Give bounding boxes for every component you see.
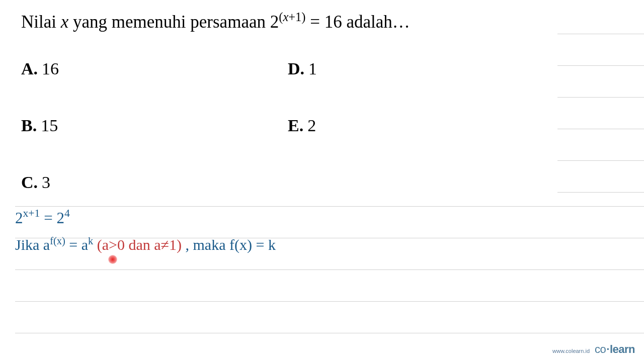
l2-paren-close: ) [177,236,186,253]
option-a-value: 16 [42,59,59,78]
option-b: B. 15 [21,116,288,135]
option-c-label: C. [21,173,38,192]
l1-base2: 2 [56,209,64,227]
logo-co: co [595,343,606,355]
solution-line-2: Jika af(x) = ak (a>0 dan a≠1) , maka f(x… [15,236,276,253]
l2-maka: maka f(x) = k [193,236,276,253]
l2-eq: = [65,236,82,253]
question-prefix: Nilai [21,12,61,32]
footer: www.colearn.id co·learn [552,343,635,356]
question-exponent: (x+1) [279,10,305,24]
l2-a2: a [82,236,88,253]
l1-base1: 2 [15,209,23,227]
option-e-value: 2 [307,116,316,135]
options-container: A. 16 D. 1 B. 15 E. 2 C. 3 [21,59,624,192]
l2-cond: a>0 dan a≠1 [102,236,177,253]
logo-dot: · [606,343,609,355]
l2-a1: a [43,236,50,253]
question-middle: yang memenuhi persamaan 2 [68,12,279,32]
footer-logo: co·learn [595,343,635,356]
option-b-value: 15 [41,116,58,135]
l2-paren-open: ( [93,236,102,253]
question-text: Nilai x yang memenuhi persamaan 2(x+1) =… [21,9,624,33]
question-equals: = 16 adalah… [305,12,410,32]
logo-learn: learn [610,343,635,355]
solution-line-1: 2x+1 = 24 [15,209,276,227]
l2-fx: f(x) [50,235,65,246]
l2-k: k [88,235,93,246]
option-b-label: B. [21,116,37,135]
option-d-label: D. [288,59,304,78]
option-c: C. 3 [21,173,288,192]
option-e-label: E. [288,116,303,135]
option-a: A. 16 [21,59,288,78]
option-c-value: 3 [42,173,50,192]
l2-comma: , [186,236,193,253]
option-d-value: 1 [308,59,317,78]
ruled-lines-right [557,33,644,354]
l1-eq: = [40,209,56,227]
worked-solution: 2x+1 = 24 Jika af(x) = ak (a>0 dan a≠1) … [15,209,276,253]
l2-jika: Jika [15,236,43,253]
option-a-label: A. [21,59,38,78]
l1-exp1: x+1 [23,207,40,219]
l1-exp2: 4 [64,207,70,219]
footer-url: www.colearn.id [552,348,590,354]
question-variable: x [61,12,69,32]
laser-pointer-icon [108,255,117,264]
